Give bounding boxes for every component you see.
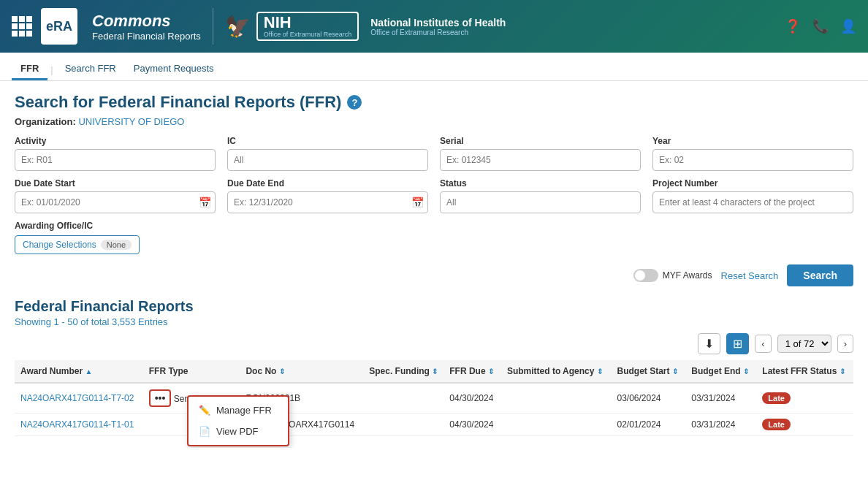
sort-icon-award: ▲ — [85, 367, 92, 376]
cell-spec-2 — [363, 414, 443, 436]
sort-icon-doc: ⇕ — [279, 367, 285, 376]
eagle-icon: 🦅 — [225, 15, 251, 39]
due-date-end-field: Due Date End 📅 — [227, 178, 428, 213]
serial-label: Serial — [440, 136, 641, 146]
change-selections-button[interactable]: Change Selections None — [15, 235, 140, 254]
results-table: Award Number ▲ FFR Type Doc No ⇕ Spec. F… — [15, 360, 853, 436]
col-ffr-type[interactable]: FFR Type — [143, 360, 240, 383]
sort-icon-due: ⇕ — [488, 367, 494, 376]
col-budget-end[interactable]: Budget End ⇕ — [685, 360, 756, 383]
sort-icon-budget-end: ⇕ — [743, 367, 749, 376]
status-label: Status — [440, 178, 641, 188]
era-logo: eRA — [41, 8, 77, 45]
results-count: Showing 1 - 50 of total 3,553 Entries — [15, 316, 853, 327]
org-value: UNIVERSITY OF DIEGO — [78, 116, 184, 127]
results-header: Federal Financial Reports Showing 1 - 50… — [15, 298, 853, 327]
table-row: NA24OARX417G0114-T7-02 ••• Semi-Annual-1… — [15, 383, 853, 414]
results-toolbar: ⬇ ⊞ ‹ 1 of 72 › — [15, 333, 853, 354]
user-icon[interactable]: 👤 — [840, 18, 856, 34]
cell-budget-end-1: 03/31/2024 — [685, 383, 756, 414]
manage-ffr-menu-item[interactable]: ✏️ Manage FFR — [189, 400, 288, 421]
due-date-end-label: Due Date End — [227, 178, 428, 188]
none-badge: None — [101, 240, 132, 250]
cell-status-2: Late — [756, 414, 853, 436]
ic-label: IC — [227, 136, 428, 146]
table-body: NA24OARX417G0114-T7-02 ••• Semi-Annual-1… — [15, 383, 853, 436]
title-help-icon[interactable]: ? — [347, 95, 362, 110]
year-input[interactable] — [652, 149, 853, 171]
view-pdf-icon: 📄 — [199, 426, 210, 437]
myf-awards-label: MYF Awards — [663, 270, 712, 281]
nih-badge: NIH Office of Extramural Research — [256, 12, 359, 41]
col-award-number[interactable]: Award Number ▲ — [15, 360, 143, 383]
cell-award-2: NA24OARX417G0114-T1-01 — [15, 414, 143, 436]
pagination-prev[interactable]: ‹ — [755, 335, 771, 353]
tab-search-ffr[interactable]: Search FFR — [56, 58, 125, 80]
tab-ffr[interactable]: FFR — [12, 58, 47, 80]
app-title: Commons Federal Financial Reports — [92, 12, 201, 42]
sort-icon-spec: ⇕ — [432, 367, 438, 376]
ic-field: IC — [227, 136, 428, 171]
serial-input[interactable] — [440, 149, 641, 171]
phone-icon[interactable]: 📞 — [812, 18, 829, 34]
due-date-end-input[interactable] — [227, 191, 428, 213]
year-label: Year — [652, 136, 853, 146]
cell-submitted-1 — [501, 383, 612, 414]
myf-awards-toggle-container: MYF Awards — [633, 269, 712, 282]
awarding-office-row: Awarding Office/IC Change Selections Non… — [15, 221, 853, 254]
download-button[interactable]: ⬇ — [698, 333, 720, 354]
grid-icon[interactable] — [12, 16, 32, 37]
project-number-input[interactable] — [652, 191, 853, 213]
myf-awards-toggle[interactable] — [633, 269, 658, 282]
cell-award-1: NA24OARX417G0114-T7-02 — [15, 383, 143, 414]
serial-field: Serial — [440, 136, 641, 171]
late-badge-2: Late — [762, 419, 791, 430]
header-actions: ❓ 📞 👤 — [785, 18, 856, 34]
manage-ffr-icon: ✏️ — [199, 405, 210, 416]
context-menu: ✏️ Manage FFR 📄 View PDF — [187, 395, 289, 446]
logo-area: eRA Commons Federal Financial Reports — [12, 8, 201, 45]
pagination-select[interactable]: 1 of 72 — [777, 335, 831, 353]
table-row: NA24OARX417G0114-T1-01 ERA-NA24OARX417G0… — [15, 414, 853, 436]
due-date-start-calendar-icon[interactable]: 📅 — [199, 197, 211, 208]
due-date-start-input[interactable] — [15, 191, 216, 213]
activity-input[interactable] — [15, 149, 216, 171]
search-controls: MYF Awards Reset Search Search — [15, 264, 853, 286]
year-field: Year — [652, 136, 853, 171]
col-budget-start[interactable]: Budget Start ⇕ — [611, 360, 685, 383]
col-ffr-due[interactable]: FFR Due ⇕ — [443, 360, 501, 383]
main-content: Search for Federal Financial Reports (FF… — [0, 81, 868, 448]
reset-search-link[interactable]: Reset Search — [721, 270, 779, 281]
activity-field: Activity — [15, 136, 216, 171]
col-ffr-status[interactable]: Latest FFR Status ⇕ — [756, 360, 853, 383]
sort-icon-budget-start: ⇕ — [672, 367, 678, 376]
cell-submitted-2 — [501, 414, 612, 436]
due-date-end-calendar-icon[interactable]: 📅 — [411, 197, 424, 208]
due-date-start-wrapper: 📅 — [15, 191, 216, 213]
col-doc-no[interactable]: Doc No ⇕ — [240, 360, 363, 383]
sort-icon-status: ⇕ — [840, 367, 845, 376]
cell-budget-start-1: 03/06/2024 — [611, 383, 685, 414]
ic-input[interactable] — [227, 149, 428, 171]
grid-view-button[interactable]: ⊞ — [726, 333, 749, 354]
status-field: Status — [440, 178, 641, 213]
cell-status-1: Late — [756, 383, 853, 414]
row-actions-button-1[interactable]: ••• — [149, 389, 172, 407]
activity-label: Activity — [15, 136, 216, 146]
award-link-1[interactable]: NA24OARX417G0114-T7-02 — [20, 393, 134, 403]
award-link-2[interactable]: NA24OARX417G0114-T1-01 — [20, 419, 134, 430]
due-date-start-label: Due Date Start — [15, 178, 216, 188]
help-icon[interactable]: ❓ — [785, 18, 801, 34]
project-number-field: Project Number — [652, 178, 853, 213]
tab-payment-requests[interactable]: Payment Requests — [125, 58, 223, 80]
col-submitted[interactable]: Submitted to Agency ⇕ — [501, 360, 612, 383]
app-header: eRA Commons Federal Financial Reports 🦅 … — [0, 0, 868, 53]
status-input[interactable] — [440, 191, 641, 213]
view-pdf-menu-item[interactable]: 📄 View PDF — [189, 421, 288, 442]
cell-budget-start-2: 02/01/2024 — [611, 414, 685, 436]
late-badge-1: Late — [762, 392, 791, 404]
cell-budget-end-2: 03/31/2024 — [685, 414, 756, 436]
pagination-next[interactable]: › — [837, 335, 853, 353]
search-button[interactable]: Search — [787, 264, 853, 286]
col-spec-funding[interactable]: Spec. Funding ⇕ — [363, 360, 443, 383]
